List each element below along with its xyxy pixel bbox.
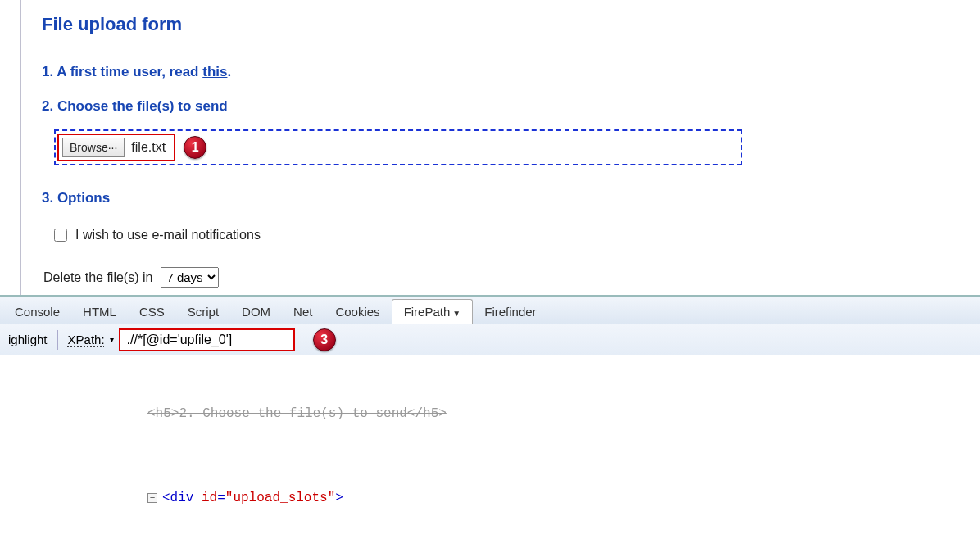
tab-firefinder[interactable]: Firefinder xyxy=(473,300,547,324)
file-input-highlight-area: Browse··· file.txt 1 xyxy=(54,129,742,165)
tab-net[interactable]: Net xyxy=(282,300,324,324)
highlight-button[interactable]: ighlight xyxy=(0,329,56,350)
step1-text: 1. A first time user, read xyxy=(42,64,202,79)
tab-cookies[interactable]: Cookies xyxy=(324,300,391,324)
tab-console[interactable]: Console xyxy=(3,300,71,324)
firepath-toolbar: ighlight XPath: ▾ 3 xyxy=(0,324,980,355)
chevron-down-icon: ▼ xyxy=(452,309,461,318)
file-input-wrapper: Browse··· file.txt xyxy=(57,134,175,161)
annotation-3-badge: 3 xyxy=(313,328,336,351)
step3-heading: 3. Options xyxy=(42,190,955,206)
annotation-1-badge: 1 xyxy=(184,136,206,159)
devtools-panel: Console HTML CSS Script DOM Net Cookies … xyxy=(0,295,980,557)
xpath-input[interactable] xyxy=(119,328,295,351)
xpath-mode-label[interactable]: XPath: xyxy=(60,333,110,346)
tab-script[interactable]: Script xyxy=(176,300,230,324)
step2-heading: 2. Choose the file(s) to send xyxy=(42,98,955,115)
browse-button[interactable]: Browse··· xyxy=(62,138,125,157)
delete-period-select[interactable]: 7 days xyxy=(161,267,219,288)
divider xyxy=(57,330,58,350)
page-title: File upload form xyxy=(42,14,955,35)
delete-label: Delete the file(s) in xyxy=(43,270,152,285)
chosen-filename: file.txt xyxy=(128,140,174,155)
dom-line-struck: <h5>2. Choose the file(s) to send</h5> xyxy=(0,404,980,425)
email-notify-checkbox[interactable] xyxy=(54,229,67,242)
tab-css[interactable]: CSS xyxy=(128,300,176,324)
devtools-tabbar: Console HTML CSS Script DOM Net Cookies … xyxy=(0,297,980,324)
step1-heading: 1. A first time user, read this. xyxy=(42,64,955,80)
tab-dom[interactable]: DOM xyxy=(230,300,282,324)
chevron-down-icon[interactable]: ▾ xyxy=(110,335,119,344)
dom-div-open[interactable]: −<div id="upload_slots"> xyxy=(0,488,980,509)
email-notify-label: I wish to use e-mail notifications xyxy=(75,228,261,242)
step1-suffix: . xyxy=(227,64,231,79)
tab-html[interactable]: HTML xyxy=(71,300,128,324)
collapse-icon[interactable]: − xyxy=(147,493,157,503)
step1-link[interactable]: this xyxy=(202,64,227,79)
dom-tree: <h5>2. Choose the file(s) to send</h5> −… xyxy=(0,355,980,557)
tab-firepath[interactable]: FirePath▼ xyxy=(392,299,474,324)
